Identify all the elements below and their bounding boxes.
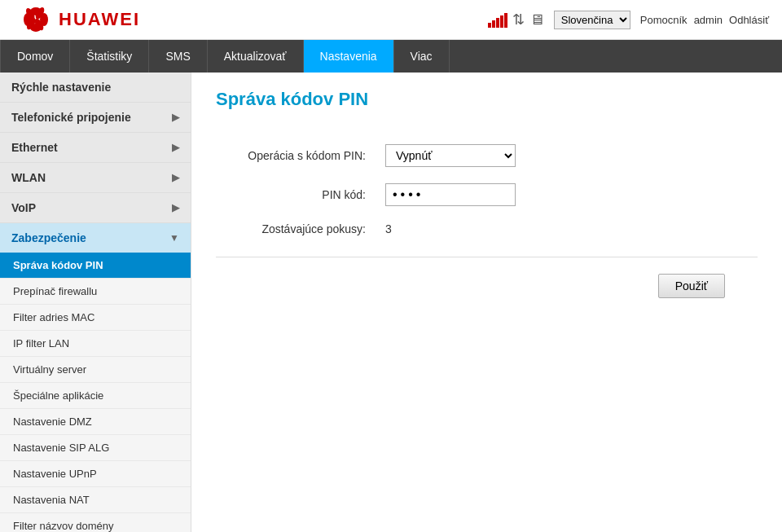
chevron-right-icon: ▶ bbox=[172, 112, 179, 123]
sidebar-zabezpecenie-label: Zabezpečenie bbox=[11, 231, 86, 244]
sidebar-sip-label: Nastavenie SIP ALG bbox=[13, 442, 109, 454]
pin-kod-value bbox=[379, 175, 758, 214]
sidebar-voip-label: VoIP bbox=[11, 201, 36, 214]
pin-input[interactable] bbox=[385, 183, 516, 206]
header: HUAWEI ⇅ 🖥 Slovenčina Pomocník admin Odh… bbox=[0, 0, 782, 40]
sidebar: Rýchle nastavenie Telefonické pripojenie… bbox=[0, 73, 191, 532]
sidebar-item-ip-filter-lan[interactable]: IP filter LAN bbox=[0, 331, 191, 357]
pokusy-label: Zostávajúce pokusy: bbox=[216, 214, 379, 244]
sidebar-zabezpecenie[interactable]: Zabezpečenie ▼ bbox=[0, 223, 191, 253]
admin-label: admin bbox=[694, 14, 723, 26]
form-row-pokusy: Zostávajúce pokusy: 3 bbox=[216, 214, 758, 244]
sidebar-item-nastavenie-dmz[interactable]: Nastavenie DMZ bbox=[0, 409, 191, 435]
signal-strength-icon bbox=[488, 11, 507, 28]
chevron-down-icon: ▼ bbox=[169, 232, 179, 244]
sidebar-telefonicke-pripojenie[interactable]: Telefonické pripojenie ▶ bbox=[0, 103, 191, 132]
sidebar-voip[interactable]: VoIP ▶ bbox=[0, 193, 191, 222]
language-select[interactable]: Slovenčina bbox=[554, 11, 630, 29]
sidebar-section-zabezpecenie: Zabezpečenie ▼ Správa kódov PIN Prepínač… bbox=[0, 223, 191, 532]
sidebar-wlan[interactable]: WLAN ▶ bbox=[0, 163, 191, 192]
form-row-pin-kod: PIN kód: bbox=[216, 175, 758, 214]
sidebar-item-virtualny-server[interactable]: Virtuálny server bbox=[0, 357, 191, 383]
svg-point-6 bbox=[30, 7, 42, 15]
sidebar-wlan-label: WLAN bbox=[11, 171, 46, 184]
header-right: ⇅ 🖥 Slovenčina Pomocník admin Odhlásiť bbox=[488, 11, 769, 29]
sidebar-section-telefonicke: Telefonické pripojenie ▶ bbox=[0, 103, 191, 133]
operacia-value: Vypnúť Zapnúť Zmeniť PIN bbox=[379, 136, 758, 175]
sidebar-rychle-label: Rýchle nastavenie bbox=[11, 81, 111, 94]
sidebar-item-nastavenie-upnp[interactable]: Nastavenie UPnP bbox=[0, 461, 191, 487]
sidebar-firewall-label: Prepínač firewallu bbox=[13, 285, 97, 297]
nav-domov[interactable]: Domov bbox=[0, 40, 70, 73]
sidebar-section-voip: VoIP ▶ bbox=[0, 193, 191, 223]
sidebar-virtualny-label: Virtuálny server bbox=[13, 363, 86, 376]
svg-point-5 bbox=[40, 13, 48, 26]
sidebar-item-nastavenia-nat[interactable]: Nastavenia NAT bbox=[0, 487, 191, 513]
pokusy-value: 3 bbox=[379, 214, 758, 244]
chevron-right-icon-eth: ▶ bbox=[172, 142, 179, 153]
sidebar-ip-filter-label: IP filter LAN bbox=[13, 337, 69, 350]
operacia-label: Operácia s kódom PIN: bbox=[216, 136, 379, 175]
sidebar-item-specialne-aplikacie[interactable]: Špeciálne aplikácie bbox=[0, 383, 191, 409]
logout-link[interactable]: Odhlásiť bbox=[729, 14, 769, 26]
sidebar-specialne-label: Špeciálne aplikácie bbox=[13, 389, 103, 402]
nav-statistiky[interactable]: Štatistiky bbox=[70, 40, 149, 73]
svg-point-4 bbox=[24, 13, 32, 26]
nav-aktualizovat[interactable]: Aktualizovať bbox=[208, 40, 304, 73]
pin-kod-label: PIN kód: bbox=[216, 175, 379, 214]
logo-area: HUAWEI bbox=[13, 7, 140, 33]
sidebar-section-rychle: Rýchle nastavenie bbox=[0, 73, 191, 103]
sidebar-item-sprava-kodov-pin[interactable]: Správa kódov PIN bbox=[0, 253, 191, 279]
huawei-logo-icon bbox=[13, 7, 52, 33]
transfer-icon: ⇅ bbox=[512, 11, 525, 29]
sidebar-item-prepinac-firewallu[interactable]: Prepínač firewallu bbox=[0, 279, 191, 305]
chevron-right-icon-voip: ▶ bbox=[172, 202, 179, 213]
apply-button[interactable]: Použiť bbox=[658, 274, 725, 298]
form-divider bbox=[216, 257, 758, 257]
main-nav: Domov Štatistiky SMS Aktualizovať Nastav… bbox=[0, 40, 782, 73]
sidebar-section-wlan: WLAN ▶ bbox=[0, 163, 191, 193]
svg-point-7 bbox=[30, 24, 42, 32]
sidebar-ethernet[interactable]: Ethernet ▶ bbox=[0, 133, 191, 162]
sidebar-upnp-label: Nastavenie UPnP bbox=[13, 468, 97, 480]
sidebar-section-ethernet: Ethernet ▶ bbox=[0, 133, 191, 163]
logo-text: HUAWEI bbox=[59, 9, 140, 30]
sidebar-nat-label: Nastavenia NAT bbox=[13, 494, 90, 506]
sidebar-sprava-label: Správa kódov PIN bbox=[13, 259, 103, 271]
operacia-select[interactable]: Vypnúť Zapnúť Zmeniť PIN bbox=[385, 144, 516, 167]
sidebar-item-filter-nazvov-domeny[interactable]: Filter názvov domény bbox=[0, 513, 191, 532]
main-content: Správa kódov PIN Operácia s kódom PIN: V… bbox=[191, 73, 782, 532]
sidebar-filter-domeny-label: Filter názvov domény bbox=[13, 520, 114, 532]
signal-icons: ⇅ 🖥 bbox=[488, 11, 544, 29]
pin-form-table: Operácia s kódom PIN: Vypnúť Zapnúť Zmen… bbox=[216, 136, 758, 244]
form-row-operacia: Operácia s kódom PIN: Vypnúť Zapnúť Zmen… bbox=[216, 136, 758, 175]
sidebar-item-nastavenie-sip-alg[interactable]: Nastavenie SIP ALG bbox=[0, 435, 191, 461]
sidebar-mac-label: Filter adries MAC bbox=[13, 311, 94, 323]
sidebar-telefonicke-label: Telefonické pripojenie bbox=[11, 111, 131, 124]
sidebar-dmz-label: Nastavenie DMZ bbox=[13, 415, 92, 428]
nav-viac[interactable]: Viac bbox=[394, 40, 450, 73]
chevron-right-icon-wlan: ▶ bbox=[172, 172, 179, 183]
sidebar-rychle-nastavenie[interactable]: Rýchle nastavenie bbox=[0, 73, 191, 102]
sidebar-item-filter-adries-mac[interactable]: Filter adries MAC bbox=[0, 305, 191, 331]
main-layout: Rýchle nastavenie Telefonické pripojenie… bbox=[0, 73, 782, 532]
header-links: Pomocník admin Odhlásiť bbox=[640, 14, 769, 26]
nav-nastavenia[interactable]: Nastavenia bbox=[304, 40, 394, 73]
helper-link[interactable]: Pomocník bbox=[640, 14, 688, 26]
screen-icon: 🖥 bbox=[529, 11, 544, 29]
page-title: Správa kódov PIN bbox=[216, 89, 758, 117]
nav-sms[interactable]: SMS bbox=[149, 40, 207, 73]
sidebar-ethernet-label: Ethernet bbox=[11, 141, 58, 154]
